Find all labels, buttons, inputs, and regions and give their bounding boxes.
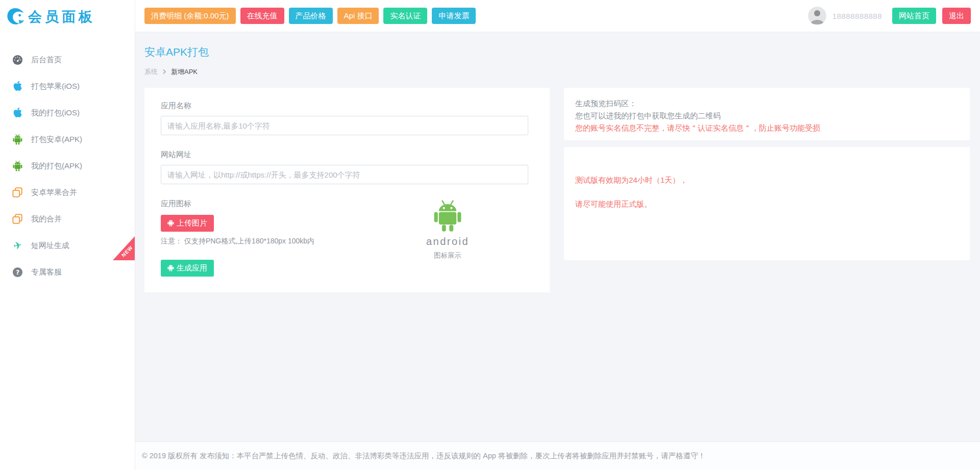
qr-preview-panel: 生成预览扫码区： 您也可以进我的打包中获取您生成的二维码 您的账号实名信息不完整… — [564, 88, 970, 140]
sidebar-item-dashboard[interactable]: 后台首页 — [0, 46, 135, 73]
copy-icon — [11, 186, 23, 199]
svg-text:?: ? — [15, 268, 19, 276]
footer: © 2019 版权所有 发布须知：本平台严禁上传色情、反动、政治、非法博彩类等违… — [135, 441, 980, 470]
icon-preview-caption: 图标展示 — [412, 251, 483, 260]
api-button[interactable]: Api 接口 — [337, 8, 379, 24]
apk-form-card: 应用名称 网站网址 应用图标 — [144, 88, 550, 292]
sidebar: 会员面板 后台首页 — [0, 0, 135, 470]
apple-icon — [11, 107, 23, 119]
site-url-input[interactable] — [161, 165, 528, 184]
user-phone: 18888888888 — [832, 12, 882, 20]
android-wordmark: android — [412, 236, 483, 248]
logout-button[interactable]: 退出 — [942, 8, 971, 24]
consumption-detail-button[interactable]: 消费明细 (余额:0.00元) — [144, 8, 236, 24]
real-name-warning: 您的账号实名信息不完整，请尽快＂认证实名信息＂，防止账号功能受损 — [575, 122, 959, 134]
avatar[interactable] — [808, 7, 826, 25]
sidebar-item-label: 后台首页 — [31, 55, 62, 65]
sidebar-item-package-ios[interactable]: 打包苹果(iOS) — [0, 73, 135, 100]
right-column: 生成预览扫码区： 您也可以进我的打包中获取您生成的二维码 您的账号实名信息不完整… — [564, 88, 970, 260]
upload-image-button[interactable]: 上传图片 — [161, 215, 214, 232]
qr-panel-line2: 您也可以进我的打包中获取您生成的二维码 — [575, 110, 959, 122]
sidebar-nav: 后台首页 打包苹果(iOS) 我的打包(iO — [0, 46, 135, 285]
sidebar-item-label: 专属客服 — [31, 267, 62, 277]
brand-fish-icon — [6, 6, 26, 28]
apple-icon — [11, 80, 23, 92]
new-badge: NEW — [113, 236, 135, 260]
site-home-button[interactable]: 网站首页 — [892, 8, 936, 24]
sidebar-item-short-url[interactable]: ✈ 短网址生成 NEW — [0, 232, 135, 259]
android-icon — [11, 160, 23, 172]
topbar: 消费明细 (余额:0.00元) 在线充值 产品价格 Api 接口 实名认证 申请… — [135, 0, 980, 32]
android-icon — [167, 219, 174, 228]
sidebar-item-label: 短网址生成 — [31, 241, 69, 251]
toolbar: 消费明细 (余额:0.00元) 在线充值 产品价格 Api 接口 实名认证 申请… — [144, 8, 476, 24]
app-window: 会员面板 后台首页 — [0, 0, 980, 470]
content-columns: 应用名称 网站网址 应用图标 — [144, 88, 970, 292]
app-name-label: 应用名称 — [161, 101, 533, 111]
trial-notice-line2: 请尽可能使用正式版。 — [575, 200, 959, 209]
sidebar-item-label: 安卓苹果合并 — [31, 188, 77, 197]
invoice-button[interactable]: 申请发票 — [432, 8, 476, 24]
content-area: 安卓APK打包 系统 新增APK 应用名称 网站网址 应用图标 — [135, 32, 980, 441]
qr-panel-line1: 生成预览扫码区： — [575, 97, 959, 110]
product-price-button[interactable]: 产品价格 — [289, 8, 333, 24]
generate-app-button[interactable]: 生成应用 — [161, 260, 214, 277]
sidebar-item-support[interactable]: ? 专属客服 — [0, 259, 135, 285]
chevron-right-icon — [162, 68, 166, 76]
sidebar-item-merge[interactable]: 安卓苹果合并 — [0, 179, 135, 206]
trial-notice-line1: 测试版有效期为24小时（1天）， — [575, 176, 959, 185]
sidebar-item-label: 打包安卓(APK) — [31, 135, 82, 144]
sidebar-item-label: 我的合并 — [31, 214, 62, 224]
icon-preview: android 图标展示 — [412, 199, 483, 260]
sidebar-item-my-merge[interactable]: 我的合并 — [0, 206, 135, 232]
android-robot-icon — [433, 225, 462, 234]
online-recharge-button[interactable]: 在线充值 — [240, 8, 284, 24]
android-icon — [11, 133, 23, 145]
sidebar-item-package-apk[interactable]: 打包安卓(APK) — [0, 126, 135, 153]
sidebar-item-label: 我的打包(iOS) — [31, 108, 80, 118]
sidebar-item-label: 打包苹果(iOS) — [31, 82, 80, 91]
brand-title: 会员面板 — [28, 8, 95, 26]
app-name-input[interactable] — [161, 116, 528, 135]
site-url-label: 网站网址 — [161, 150, 533, 160]
copyright-text: © 2019 版权所有 发布须知：本平台严禁上传色情、反动、政治、非法博彩类等违… — [142, 451, 705, 461]
breadcrumb-section[interactable]: 系统 — [144, 67, 158, 77]
main-column: 消费明细 (余额:0.00元) 在线充值 产品价格 Api 接口 实名认证 申请… — [135, 0, 980, 470]
sidebar-item-label: 我的打包(APK) — [31, 161, 82, 171]
dashboard-icon — [11, 54, 23, 66]
brand-logo[interactable]: 会员面板 — [0, 0, 135, 34]
breadcrumb-current: 新增APK — [171, 67, 198, 77]
android-icon — [167, 264, 174, 273]
page-title: 安卓APK打包 — [144, 45, 970, 59]
sidebar-item-my-ios[interactable]: 我的打包(iOS) — [0, 100, 135, 126]
question-icon: ? — [11, 266, 23, 278]
copy-icon — [11, 213, 23, 225]
real-name-auth-button[interactable]: 实名认证 — [383, 8, 427, 24]
plane-icon: ✈ — [11, 239, 23, 252]
trial-notice-panel: 测试版有效期为24小时（1天）， 请尽可能使用正式版。 — [564, 147, 970, 260]
sidebar-item-my-apk[interactable]: 我的打包(APK) — [0, 153, 135, 179]
breadcrumb: 系统 新增APK — [144, 67, 970, 77]
user-area: 18888888888 网站首页 退出 — [808, 7, 971, 25]
